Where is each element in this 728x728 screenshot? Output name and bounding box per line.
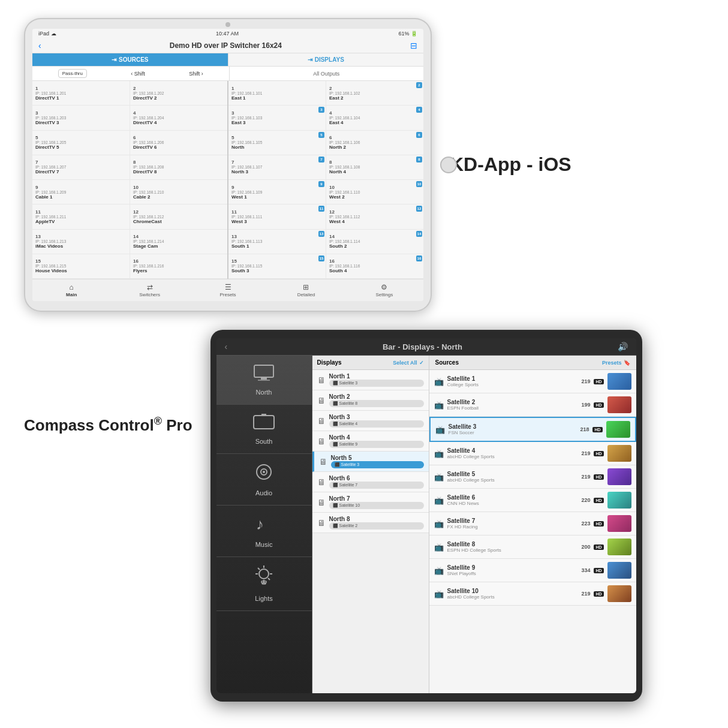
display-row-2[interactable]: 🖥 North 2 ⬛ Satellite 8 — [312, 390, 429, 411]
source-row-3[interactable]: 📺 Satellite 3 FSN Soccer 218 HD — [429, 417, 636, 442]
source-cell[interactable]: 14IP: 192.168.1.214Stage Cam — [130, 230, 227, 254]
display-cell[interactable]: 66IP: 192.168.1.106North 2 — [326, 131, 423, 155]
source-cell[interactable]: 10IP: 192.168.1.210Cable 2 — [130, 180, 227, 204]
source-row-7[interactable]: 📺 Satellite 7 FX HD Racing 223 HD — [429, 512, 636, 536]
source-row-2[interactable]: 📺 Satellite 2 ESPN Football 199 HD — [429, 393, 636, 417]
display-row-7[interactable]: 🖥 North 7 ⬛ Satellite 10 — [312, 492, 429, 513]
source-row-1[interactable]: 📺 Satellite 1 College Sports 219 HD — [429, 370, 636, 393]
display-cell[interactable]: 1414IP: 192.168.1.114South 2 — [326, 230, 423, 254]
source-cell[interactable]: 3IP: 192.168.1.203DirectTV 3 — [32, 106, 130, 130]
source-info-2: Satellite 2 ESPN Football — [447, 399, 578, 411]
displays-tab[interactable]: ⇥ DISPLAYS — [228, 53, 424, 66]
grid-row: 3IP: 192.168.1.203DirectTV 3 4IP: 192.16… — [32, 106, 227, 130]
nav-main[interactable]: ⌂Main — [32, 282, 110, 299]
display-row-1[interactable]: 🖥 North 1 ⬛ Satellite 3 — [312, 370, 429, 390]
display-info-5: North 5 ⬛ Satellite 3 — [331, 455, 424, 468]
sidebar-item-music[interactable]: ♪ Music — [216, 506, 312, 557]
display-icon-8: 🖥 — [317, 518, 326, 528]
display-cell[interactable]: 1212IP: 192.168.1.112West 4 — [326, 204, 423, 228]
display-cell[interactable]: 1313IP: 192.168.1.113South 1 — [228, 230, 326, 254]
source-info-5: Satellite 5 abcHD College Sports — [447, 471, 578, 483]
sources-panel-header: Sources Presets 🔖 — [429, 356, 636, 370]
source-row-4[interactable]: 📺 Satellite 4 abcHD College Sports 219 H… — [429, 442, 636, 465]
source-icon-6: 📺 — [434, 496, 444, 505]
display-row-5[interactable]: 🖥 North 5 ⬛ Satellite 3 — [312, 452, 429, 472]
display-icon-5: 🖥 — [319, 457, 327, 467]
display-cell[interactable]: 1616IP: 192.168.1.116South 4 — [326, 254, 423, 278]
source-info-8: Satellite 8 ESPN HD College Sports — [447, 541, 578, 553]
display-info-2: North 2 ⬛ Satellite 8 — [329, 393, 424, 407]
nav-settings[interactable]: ⚙Settings — [345, 282, 423, 299]
sidebar-audio-label: Audio — [255, 489, 272, 497]
display-icon-7: 🖥 — [317, 498, 326, 507]
nav-presets[interactable]: ☰Presets — [189, 282, 267, 299]
audio-icon — [254, 462, 273, 486]
display-cell[interactable]: 88IP: 192.168.1.108North 4 — [326, 155, 423, 179]
sidebar-item-north[interactable]: North — [216, 356, 312, 405]
source-cell[interactable]: 16IP: 192.168.1.216Flyers — [130, 254, 227, 278]
display-info-7: North 7 ⬛ Satellite 10 — [329, 495, 424, 509]
source-cell[interactable]: 15IP: 192.168.1.215House Videos — [32, 254, 130, 278]
grid-row: 13IP: 192.168.1.213iMac Videos 14IP: 192… — [32, 230, 227, 254]
sidebar-item-lights[interactable]: Lights — [216, 557, 312, 611]
ipad-home-button[interactable] — [440, 157, 457, 173]
status-time: 10:47 AM — [216, 31, 239, 37]
grid-row: 1313IP: 192.168.1.113South 1 1414IP: 192… — [228, 230, 423, 254]
display-cell[interactable]: 22IP: 192.168.1.102East 2 — [326, 81, 423, 105]
display-cell[interactable]: 33IP: 192.168.1.103East 3 — [228, 106, 326, 130]
source-cell[interactable]: 6IP: 192.168.1.206DirectTV 6 — [130, 131, 227, 155]
source-row-8[interactable]: 📺 Satellite 8 ESPN HD College Sports 200… — [429, 536, 636, 559]
source-pill-1: ⬛ Satellite 3 — [329, 380, 424, 387]
display-cell[interactable]: 1010IP: 192.168.1.110West 2 — [326, 180, 423, 204]
sidebar-item-south[interactable]: South — [216, 405, 312, 454]
source-cell[interactable]: 7IP: 192.168.1.207DirectTV 7 — [32, 155, 130, 179]
back-button[interactable]: ‹ — [38, 41, 41, 50]
grid-row: 15IP: 192.168.1.215House Videos 16IP: 19… — [32, 254, 227, 279]
source-cell[interactable]: 9IP: 192.168.1.209Cable 1 — [32, 180, 130, 204]
svg-rect-1 — [261, 377, 267, 380]
shift-left-button[interactable]: ‹ Shift — [131, 71, 145, 77]
display-row-6[interactable]: 🖥 North 6 ⬛ Satellite 7 — [312, 472, 429, 492]
source-cell[interactable]: 8IP: 192.168.1.208DirectTV 8 — [130, 155, 227, 179]
source-row-9[interactable]: 📺 Satellite 9 SNet Playoffs 334 HD — [429, 559, 636, 582]
nav-switchers[interactable]: ⇄Switchers — [110, 282, 188, 299]
source-cell[interactable]: 5IP: 192.168.1.205DirectTV 5 — [32, 131, 130, 155]
display-cell[interactable]: 1111IP: 192.168.1.111West 3 — [228, 204, 326, 228]
sidebar-item-audio[interactable]: Audio — [216, 454, 312, 506]
source-cell[interactable]: 12IP: 192.168.1.212ChromeCast — [130, 204, 227, 228]
source-cell[interactable]: 13IP: 192.168.1.213iMac Videos — [32, 230, 130, 254]
bookmark-icon[interactable]: ⊟ — [410, 41, 417, 50]
hd-badge-9: HD — [594, 568, 603, 573]
passthru-button[interactable]: Pass-thru — [58, 69, 87, 78]
grid-row: 55IP: 192.168.1.105North 66IP: 192.168.1… — [228, 131, 423, 155]
svg-rect-2 — [258, 380, 270, 381]
display-cell[interactable]: 44IP: 192.168.1.104East 4 — [326, 106, 423, 130]
source-info-3: Satellite 3 FSN Soccer — [449, 423, 577, 435]
source-cell[interactable]: 1IP: 192.168.1.201DirectTV 1 — [32, 81, 130, 105]
source-icon-7: 📺 — [434, 519, 444, 528]
tablet-back-button[interactable]: ‹ — [225, 342, 228, 351]
display-cell[interactable]: 1515IP: 192.168.1.115South 3 — [228, 254, 326, 278]
display-row-3[interactable]: 🖥 North 3 ⬛ Satellite 4 — [312, 411, 429, 431]
display-row-8[interactable]: 🖥 North 8 ⬛ Satellite 2 — [312, 513, 429, 533]
source-cell[interactable]: 2IP: 192.168.1.202DirectTV 2 — [130, 81, 227, 105]
source-row-5[interactable]: 📺 Satellite 5 abcHD College Sports 219 H… — [429, 465, 636, 489]
nav-detailed[interactable]: ⊞Detailed — [267, 282, 345, 299]
source-row-6[interactable]: 📺 Satellite 6 CNN HD News 220 HD — [429, 489, 636, 512]
display-cell[interactable]: 99IP: 192.168.1.109West 1 — [228, 180, 326, 204]
presets-button[interactable]: Presets 🔖 — [602, 360, 630, 366]
shift-right-button[interactable]: Shift › — [189, 71, 203, 77]
svg-rect-4 — [261, 414, 266, 416]
source-cell[interactable]: 11IP: 192.168.1.211AppleTV — [32, 204, 130, 228]
select-all-check-icon: ✓ — [419, 360, 424, 366]
display-row-4[interactable]: 🖥 North 4 ⬛ Satellite 9 — [312, 431, 429, 452]
display-cell[interactable]: 55IP: 192.168.1.105North — [228, 131, 326, 155]
select-all-button[interactable]: Select All ✓ — [393, 360, 423, 366]
sources-tab[interactable]: ⇥ SOURCES — [32, 53, 228, 66]
volume-icon[interactable]: 🔊 — [618, 342, 628, 351]
source-row-10[interactable]: 📺 Satellite 10 abcHD College Sports 219 … — [429, 582, 636, 606]
display-cell[interactable]: 1IP: 192.168.1.101East 1 — [228, 81, 326, 105]
source-thumb-10 — [607, 585, 631, 602]
source-cell[interactable]: 4IP: 192.168.1.204DirectTV 4 — [130, 106, 227, 130]
display-cell[interactable]: 77IP: 192.168.1.107North 3 — [228, 155, 326, 179]
